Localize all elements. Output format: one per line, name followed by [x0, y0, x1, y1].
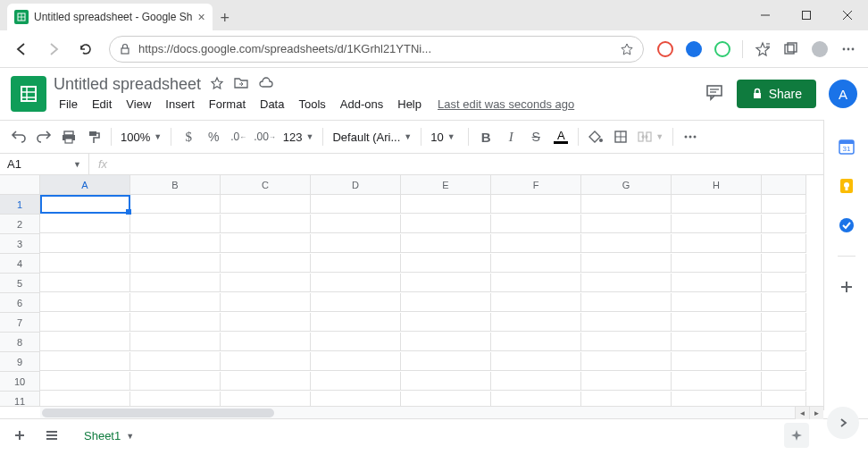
- cell-G5[interactable]: [581, 274, 672, 292]
- cell-H4[interactable]: [672, 254, 762, 273]
- row-header-8[interactable]: 8: [0, 333, 40, 352]
- scroll-left-button[interactable]: ◄: [795, 407, 809, 419]
- menu-help[interactable]: Help: [392, 96, 427, 113]
- cell-D10[interactable]: [311, 372, 401, 391]
- row-header-10[interactable]: 10: [0, 372, 40, 392]
- cell-C10[interactable]: [221, 372, 311, 391]
- reload-button[interactable]: [71, 35, 100, 63]
- keep-app-icon[interactable]: [838, 177, 855, 195]
- document-title[interactable]: Untitled spreadsheet: [54, 75, 201, 94]
- cell-G3[interactable]: [581, 234, 672, 253]
- cell-C2[interactable]: [221, 215, 311, 233]
- row-header-7[interactable]: 7: [0, 313, 40, 333]
- cell-G2[interactable]: [581, 215, 672, 233]
- row-header-5[interactable]: 5: [0, 274, 40, 293]
- cell-F9[interactable]: [491, 352, 581, 371]
- cell-H11[interactable]: [672, 392, 762, 406]
- cell-A8[interactable]: [40, 333, 130, 351]
- more-toolbar-button[interactable]: [679, 125, 702, 148]
- cell-H9[interactable]: [672, 352, 762, 371]
- back-button[interactable]: [7, 35, 36, 63]
- column-header-F[interactable]: F: [491, 175, 581, 195]
- menu-format[interactable]: Format: [204, 96, 251, 113]
- cell-A1[interactable]: [40, 195, 130, 214]
- cell-F3[interactable]: [491, 234, 581, 253]
- menu-edit[interactable]: Edit: [87, 96, 117, 113]
- cell-D4[interactable]: [311, 254, 401, 273]
- cell-F6[interactable]: [491, 293, 581, 312]
- cell-F4[interactable]: [491, 254, 581, 273]
- cell-B2[interactable]: [130, 215, 221, 233]
- browser-tab[interactable]: Untitled spreadsheet - Google Sh ×: [7, 4, 213, 30]
- formula-input[interactable]: [116, 154, 868, 174]
- column-header-D[interactable]: D: [311, 175, 401, 195]
- cell-B5[interactable]: [130, 274, 221, 292]
- tasks-app-icon[interactable]: [838, 216, 855, 234]
- redo-button[interactable]: [32, 125, 55, 148]
- decimal-decrease-button[interactable]: .0←: [227, 125, 250, 148]
- cell-H8[interactable]: [672, 333, 762, 351]
- column-header-H[interactable]: H: [672, 175, 762, 195]
- cell-G4[interactable]: [581, 254, 672, 273]
- zoom-select[interactable]: 100%▼: [117, 131, 165, 144]
- cell-D2[interactable]: [311, 215, 401, 233]
- row-header-4[interactable]: 4: [0, 254, 40, 274]
- extension-icon-1[interactable]: [653, 37, 678, 62]
- cell-B3[interactable]: [130, 234, 221, 253]
- cell-E4[interactable]: [401, 254, 491, 273]
- cell-A5[interactable]: [40, 274, 130, 292]
- strikethrough-button[interactable]: S: [524, 125, 547, 148]
- sheet-tab-1[interactable]: Sheet1▼: [71, 422, 146, 448]
- cell-G10[interactable]: [581, 372, 672, 391]
- column-header-A[interactable]: A: [40, 175, 130, 195]
- cell-A4[interactable]: [40, 254, 130, 273]
- cell-C7[interactable]: [221, 313, 311, 332]
- menu-tools[interactable]: Tools: [293, 96, 330, 113]
- menu-file[interactable]: File: [54, 96, 83, 113]
- cell-E9[interactable]: [401, 352, 491, 371]
- minimize-button[interactable]: [745, 0, 786, 30]
- cell-H5[interactable]: [672, 274, 762, 292]
- decimal-increase-button[interactable]: .00→: [252, 125, 278, 148]
- cell-A3[interactable]: [40, 234, 130, 253]
- close-window-button[interactable]: [827, 0, 868, 30]
- cell-H2[interactable]: [672, 215, 762, 233]
- cell-A11[interactable]: [40, 392, 130, 406]
- favorites-icon[interactable]: [750, 37, 775, 62]
- cell-F5[interactable]: [491, 274, 581, 292]
- cell-B7[interactable]: [130, 313, 221, 332]
- new-tab-button[interactable]: +: [213, 5, 238, 30]
- cell-A2[interactable]: [40, 215, 130, 233]
- cell-F7[interactable]: [491, 313, 581, 332]
- url-input[interactable]: https://docs.google.com/spreadsheets/d/1…: [109, 36, 644, 63]
- comments-button[interactable]: [705, 82, 724, 105]
- cell-C8[interactable]: [221, 333, 311, 351]
- cell-B1[interactable]: [130, 195, 221, 214]
- cell-D7[interactable]: [311, 313, 401, 332]
- cell-E7[interactable]: [401, 313, 491, 332]
- font-select[interactable]: Default (Ari...▼: [329, 131, 415, 144]
- cell-B6[interactable]: [130, 293, 221, 312]
- profile-icon[interactable]: [807, 37, 832, 62]
- share-button[interactable]: Share: [737, 80, 816, 108]
- menu-data[interactable]: Data: [255, 96, 289, 113]
- cell-C1[interactable]: [221, 195, 311, 214]
- cell-E3[interactable]: [401, 234, 491, 253]
- cell-B8[interactable]: [130, 333, 221, 351]
- fill-color-button[interactable]: [584, 125, 607, 148]
- all-sheets-button[interactable]: [39, 423, 64, 448]
- font-size-select[interactable]: 10▼: [427, 131, 463, 144]
- add-app-icon[interactable]: [838, 278, 855, 296]
- column-header-C[interactable]: C: [221, 175, 311, 195]
- cell-G7[interactable]: [581, 313, 672, 332]
- forward-button[interactable]: [39, 35, 68, 63]
- cell-F1[interactable]: [491, 195, 581, 214]
- cell-A9[interactable]: [40, 352, 130, 371]
- cell-G6[interactable]: [581, 293, 672, 312]
- number-format-select[interactable]: 123▼: [280, 131, 318, 144]
- cell-D1[interactable]: [311, 195, 401, 214]
- cell-E8[interactable]: [401, 333, 491, 351]
- cell-C9[interactable]: [221, 352, 311, 371]
- cell-E5[interactable]: [401, 274, 491, 292]
- move-doc-icon[interactable]: [233, 76, 249, 94]
